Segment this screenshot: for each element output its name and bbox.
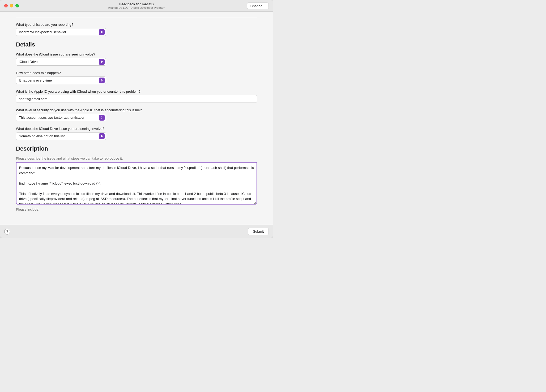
issue-type-label: What type of issue are you reporting? xyxy=(16,23,257,27)
main-window: Feedback for macOS Method Up LLC – Apple… xyxy=(0,0,273,238)
issue-type-select-wrapper: Incorrect/Unexpected BehaviorApplication… xyxy=(16,28,106,36)
frequency-select[interactable]: It happens every timeSometimesRarely xyxy=(16,76,106,84)
bottom-bar: ? Submit xyxy=(0,225,273,238)
issue-type-group: What type of issue are you reporting? In… xyxy=(16,23,257,36)
frequency-label: How often does this happen? xyxy=(16,71,257,75)
form-content: What type of issue are you reporting? In… xyxy=(0,12,273,225)
details-heading: Details xyxy=(16,41,257,48)
security-group: What level of security do you use with t… xyxy=(16,108,257,121)
drive-issue-select[interactable]: Something else not on this listFiles not… xyxy=(16,132,106,140)
description-textarea[interactable]: Because I use my Mac for development and… xyxy=(16,162,257,204)
help-button[interactable]: ? xyxy=(4,229,10,235)
frequency-group: How often does this happen? It happens e… xyxy=(16,71,257,84)
close-button[interactable] xyxy=(4,4,8,7)
titlebar-text: Feedback for macOS Method Up LLC – Apple… xyxy=(108,2,165,9)
security-select[interactable]: This account uses two-factor authenticat… xyxy=(16,114,106,121)
drive-issue-group: What does the iCloud Drive issue you are… xyxy=(16,127,257,140)
description-hint: Please describe the issue and what steps… xyxy=(16,156,257,160)
apple-id-input[interactable] xyxy=(16,95,257,103)
window-title: Feedback for macOS xyxy=(108,2,165,6)
icloud-issue-select[interactable]: iCloud DriveiCloud PhotosiCloud BackupOt… xyxy=(16,58,106,66)
drive-issue-select-wrapper: Something else not on this listFiles not… xyxy=(16,132,106,140)
drive-issue-label: What does the iCloud Drive issue you are… xyxy=(16,127,257,131)
icloud-issue-group: What does the iCloud issue you are seein… xyxy=(16,52,257,66)
issue-type-select[interactable]: Incorrect/Unexpected BehaviorApplication… xyxy=(16,28,106,36)
apple-id-group: What is the Apple ID you are using with … xyxy=(16,90,257,103)
security-select-wrapper: This account uses two-factor authenticat… xyxy=(16,114,106,121)
security-label: What level of security do you use with t… xyxy=(16,108,257,112)
change-button[interactable]: Change... xyxy=(247,2,269,9)
description-heading: Description xyxy=(16,145,257,152)
window-subtitle: Method Up LLC – Apple Developer Program xyxy=(108,6,165,9)
icloud-issue-label: What does the iCloud issue you are seein… xyxy=(16,52,257,56)
description-group: Please describe the issue and what steps… xyxy=(16,156,257,211)
traffic-lights xyxy=(4,4,19,7)
titlebar: Feedback for macOS Method Up LLC – Apple… xyxy=(0,0,273,12)
maximize-button[interactable] xyxy=(15,4,19,7)
minimize-button[interactable] xyxy=(10,4,13,7)
icloud-issue-select-wrapper: iCloud DriveiCloud PhotosiCloud BackupOt… xyxy=(16,58,106,66)
apple-id-label: What is the Apple ID you are using with … xyxy=(16,90,257,93)
please-include-text: Please include: xyxy=(16,207,257,211)
top-divider xyxy=(16,17,257,17)
frequency-select-wrapper: It happens every timeSometimesRarely xyxy=(16,76,106,84)
submit-button[interactable]: Submit xyxy=(248,228,269,235)
